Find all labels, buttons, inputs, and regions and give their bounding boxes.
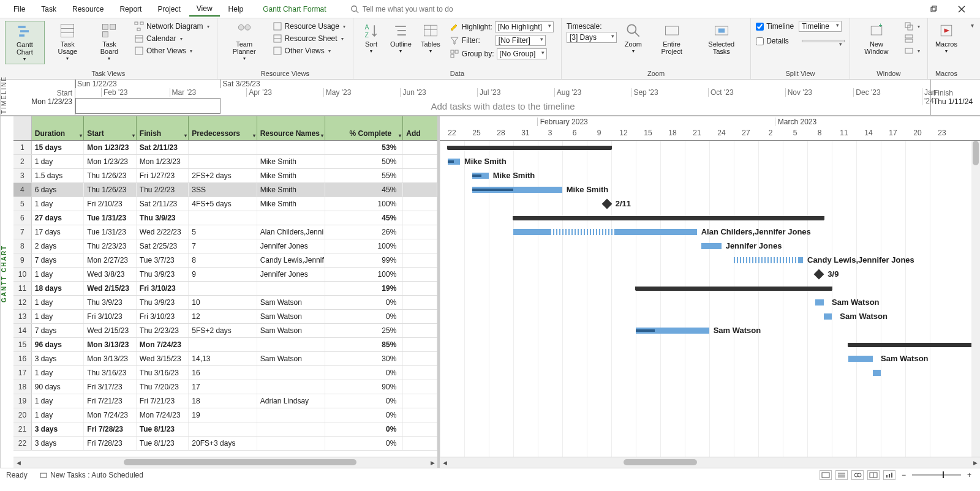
table-row[interactable]: 10 1 day Wed 3/8/23 Thu 3/9/23 9 Jennife… [13, 268, 437, 282]
arrange-all-button[interactable] [902, 33, 922, 44]
chart-vscroll[interactable] [971, 141, 980, 468]
table-row[interactable]: 20 1 day Mon 7/24/23 Mon 7/24/23 19 0% [13, 408, 437, 422]
view-gantt-button[interactable] [820, 470, 832, 480]
sort-button[interactable]: AZSort▾ [358, 21, 384, 56]
resource-usage-button[interactable]: Resource Usage▾ [270, 21, 348, 32]
highlight-combo[interactable]: [No Highlight] [495, 21, 554, 32]
table-row[interactable]: 15 96 days Mon 3/13/23 Mon 7/24/23 85% [13, 338, 437, 352]
col-add-new[interactable]: Add [403, 116, 437, 140]
ribbon-group-task-views: Gantt Chart▾ Task Usage▾ Task Board▾ Net… [0, 18, 217, 79]
view-team-planner-button[interactable] [851, 470, 864, 480]
col-start[interactable]: Start▾ [84, 116, 137, 140]
grid-hscroll[interactable]: ◀▶ [13, 457, 437, 468]
calendar-button[interactable]: Calendar▾ [132, 33, 212, 44]
svg-line-40 [635, 32, 639, 37]
table-row[interactable]: 16 3 days Mon 3/13/23 Wed 3/15/23 14,13 … [13, 352, 437, 366]
table-row[interactable]: 4 6 days Thu 1/26/23 Thu 2/2/23 3SS Mike… [13, 183, 437, 197]
timeline-checkbox[interactable] [756, 23, 764, 31]
col-finish[interactable]: Finish▾ [137, 116, 189, 140]
table-row[interactable]: 12 1 day Thu 3/9/23 Thu 3/9/23 10 Sam Wa… [13, 296, 437, 310]
table-row[interactable]: 17 1 day Thu 3/16/23 Thu 3/16/23 16 0% [13, 366, 437, 380]
timeline-finish-label: Finish [933, 89, 953, 97]
menu-project[interactable]: Project [150, 2, 187, 16]
zoom-out-button[interactable]: − [899, 471, 908, 479]
table-row[interactable]: 22 3 days Fri 7/28/23 Tue 8/1/23 20FS+3 … [13, 437, 437, 451]
task-usage-button[interactable]: Task Usage▾ [48, 21, 87, 63]
team-planner-button[interactable]: Team Planner▾ [222, 21, 266, 63]
hide-button[interactable]: ▾ [902, 45, 922, 56]
table-row[interactable]: 6 27 days Tue 1/31/23 Thu 3/9/23 45% [13, 211, 437, 225]
details-checkbox[interactable] [756, 37, 764, 45]
tell-me-search[interactable]: Tell me what you want to do [350, 5, 453, 13]
table-row[interactable]: 14 7 days Wed 2/15/23 Thu 2/23/23 5FS+2 … [13, 324, 437, 338]
task-board-button[interactable]: Task Board▾ [91, 21, 128, 63]
zoom-in-button[interactable]: + [965, 471, 974, 479]
details-view-combo[interactable] [802, 40, 845, 42]
menu-file[interactable]: File [6, 2, 32, 16]
hide-icon [904, 46, 914, 56]
table-row[interactable]: 8 2 days Thu 2/23/23 Sat 2/25/23 7 Jenni… [13, 239, 437, 253]
timescale-combo[interactable]: [3] Days [567, 32, 617, 43]
svg-text:Z: Z [364, 31, 369, 39]
gantt-side-label: GANTT CHART [0, 116, 13, 468]
view-resource-sheet-button[interactable] [867, 470, 880, 480]
chart-hscroll[interactable]: ◀▶ [440, 457, 980, 468]
menu-report[interactable]: Report [112, 2, 149, 16]
col-percent-complete[interactable]: % Complete▾ [325, 116, 403, 140]
svg-rect-64 [891, 473, 892, 478]
ribbon-group-data: AZSort▾ Outline▾ Tables▾ Highlight:[No H… [353, 18, 562, 79]
svg-rect-9 [61, 24, 74, 37]
table-row[interactable]: 5 1 day Fri 2/10/23 Sat 2/11/23 4FS+5 da… [13, 197, 437, 211]
outline-button[interactable]: Outline▾ [388, 21, 414, 56]
tables-button[interactable]: Tables▾ [418, 21, 443, 56]
view-task-usage-button[interactable] [835, 470, 848, 480]
menu-task[interactable]: Task [34, 2, 64, 16]
svg-rect-49 [905, 39, 913, 42]
table-row[interactable]: 19 1 day Fri 7/21/23 Fri 7/21/23 18 Adri… [13, 394, 437, 408]
filter-combo[interactable]: [No Filter] [496, 35, 546, 46]
table-row[interactable]: 1 15 days Mon 1/23/23 Sat 2/11/23 53% [13, 141, 437, 155]
col-duration[interactable]: Duration▾ [32, 116, 85, 140]
selected-tasks-button[interactable]: Selected Tasks [697, 21, 745, 56]
gantt-chart-button[interactable]: Gantt Chart▾ [5, 21, 45, 64]
svg-rect-8 [20, 34, 25, 37]
macros-button[interactable]: Macros▾ [933, 21, 960, 56]
menu-gantt-format[interactable]: Gantt Chart Format [252, 2, 333, 16]
svg-rect-18 [135, 36, 143, 42]
ribbon-collapse-icon[interactable]: ▾ [971, 22, 974, 29]
resource-sheet-button[interactable]: Resource Sheet▾ [270, 33, 348, 44]
table-row[interactable]: 3 1.5 days Thu 1/26/23 Fri 1/27/23 2FS+2… [13, 169, 437, 183]
group-label: Zoom [567, 69, 745, 79]
outline-icon [392, 22, 409, 39]
network-diagram-button[interactable]: Network Diagram▾ [132, 21, 212, 32]
timeline-panel: TIMELINE Start Mon 1/23/23 Sun 1/22/23Sa… [0, 80, 980, 116]
col-resource-names[interactable]: Resource Names▾ [257, 116, 325, 140]
other-task-views-button[interactable]: Other Views▾ [132, 45, 212, 56]
macros-icon [938, 22, 955, 39]
svg-rect-36 [451, 50, 454, 53]
menu-view[interactable]: View [189, 2, 220, 17]
switch-windows-button[interactable]: ▾ [902, 21, 922, 32]
new-window-button[interactable]: +New Window [855, 21, 898, 56]
timeline-body[interactable]: Sun 1/22/23Sat 3/25/23 Feb '23Mar '23Apr… [75, 80, 931, 115]
timeline-view-combo[interactable]: Timeline [799, 21, 842, 32]
zoom-slider[interactable] [912, 474, 961, 476]
entire-project-button[interactable]: Entire Project [650, 21, 693, 56]
menu-help[interactable]: Help [221, 2, 251, 16]
table-row[interactable]: 13 1 day Fri 3/10/23 Fri 3/10/23 12 Sam … [13, 310, 437, 324]
window-close-button[interactable] [949, 2, 974, 17]
table-row[interactable]: 18 90 days Fri 3/17/23 Thu 7/20/23 17 90… [13, 380, 437, 394]
table-row[interactable]: 9 7 days Mon 2/27/23 Tue 3/7/23 8 Candy … [13, 253, 437, 268]
menu-resource[interactable]: Resource [65, 2, 111, 16]
view-report-button[interactable] [883, 470, 895, 480]
zoom-button[interactable]: Zoom▾ [620, 21, 646, 56]
table-row[interactable]: 7 17 days Tue 1/31/23 Wed 2/22/23 5 Alan… [13, 225, 437, 239]
col-predecessors[interactable]: Predecessors▾ [189, 116, 257, 140]
table-row[interactable]: 2 1 day Mon 1/23/23 Mon 1/23/23 Mike Smi… [13, 155, 437, 169]
other-resource-views-button[interactable]: Other Views▾ [270, 45, 348, 56]
table-row[interactable]: 11 18 days Wed 2/15/23 Fri 3/10/23 19% [13, 282, 437, 296]
group-combo[interactable]: [No Group] [497, 48, 548, 59]
svg-point-39 [627, 24, 636, 33]
table-row[interactable]: 21 3 days Fri 7/28/23 Tue 8/1/23 0% [13, 422, 437, 437]
window-restore-button[interactable] [921, 2, 946, 17]
